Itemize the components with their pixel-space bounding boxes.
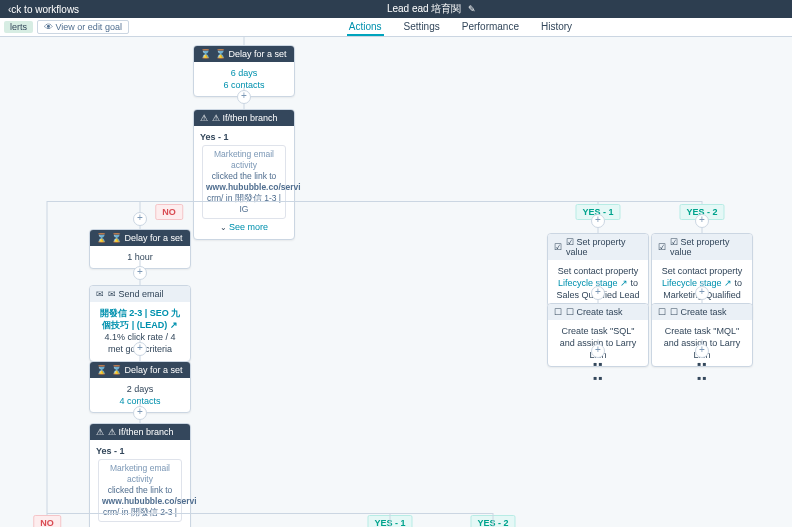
card-header: ⌛⌛ Delay for a set amou... — [194, 46, 294, 62]
end-marker-icon: ▪▪▪▪ — [697, 357, 708, 385]
branch-no-label: NO — [155, 204, 183, 220]
card-header: ⌛⌛ Delay for a set amou... — [90, 230, 190, 246]
connector — [390, 513, 391, 527]
tab-performance[interactable]: Performance — [460, 19, 521, 36]
ifthen-branch-card-1[interactable]: ⚠⚠ If/then branch Yes - 1 Marketing emai… — [193, 109, 295, 240]
alerts-chip[interactable]: lerts — [4, 21, 33, 33]
hourglass-icon: ⌛ — [96, 233, 107, 243]
connector — [47, 201, 140, 202]
connector — [47, 201, 48, 527]
top-app-bar: ‹ck to workflows Lead ead 培育関 ✎ — [0, 0, 792, 18]
card-header: ☐☐ Create task — [548, 304, 648, 320]
email-link[interactable]: 開發信 2-3 | SEO 九個技巧 | (LEAD) ↗ — [96, 307, 184, 331]
tab-actions[interactable]: Actions — [347, 19, 384, 36]
pencil-icon[interactable]: ✎ — [468, 4, 476, 14]
plus-icon[interactable]: + — [591, 214, 605, 228]
branch-criteria: Marketing email activity clicked the lin… — [202, 145, 286, 219]
card-header: ⚠⚠ If/then branch — [90, 424, 190, 440]
mail-icon: ✉ — [96, 289, 104, 299]
chevron-down-icon: ⌄ — [220, 223, 227, 232]
connector — [47, 513, 493, 514]
plus-icon[interactable]: + — [237, 90, 251, 104]
branch-no-label: NO — [33, 515, 61, 527]
plus-icon[interactable]: + — [133, 212, 147, 226]
workflow-canvas[interactable]: ⌛⌛ Delay for a set amou... 6 days 6 cont… — [0, 37, 792, 527]
hourglass-icon: ⌛ — [200, 49, 211, 59]
delay-duration: 2 days — [96, 383, 184, 395]
branch-yes-label: Yes - 1 — [96, 445, 184, 457]
plus-icon[interactable]: + — [591, 286, 605, 300]
task-icon: ☐ — [554, 307, 562, 317]
card-header: ☑☑ Set property value — [548, 234, 648, 260]
hourglass-icon: ⌛ — [96, 365, 107, 375]
plus-icon[interactable]: + — [695, 344, 709, 358]
plus-icon[interactable]: + — [695, 214, 709, 228]
sub-toolbar: lerts 👁 View or edit goal Actions Settin… — [0, 18, 792, 37]
see-more-link[interactable]: See more — [229, 222, 268, 232]
tabs: Actions Settings Performance History — [129, 19, 792, 36]
workflow-title: Lead ead 培育関 ✎ — [79, 2, 784, 16]
branch-icon: ⚠ — [200, 113, 208, 123]
plus-icon[interactable]: + — [133, 266, 147, 280]
card-header: ⚠⚠ If/then branch — [194, 110, 294, 126]
back-to-workflows-link[interactable]: ‹ck to workflows — [8, 4, 79, 15]
plus-icon[interactable]: + — [591, 344, 605, 358]
card-header: ☑☑ Set property value — [652, 234, 752, 260]
card-header: ⌛⌛ Delay for a set amou... — [90, 362, 190, 378]
plus-icon[interactable]: + — [133, 342, 147, 356]
end-marker-icon: ▪▪▪▪ — [593, 357, 604, 385]
check-icon: ☑ — [554, 242, 562, 252]
tab-history[interactable]: History — [539, 19, 574, 36]
card-header: ✉✉ Send email — [90, 286, 190, 302]
plus-icon[interactable]: + — [133, 406, 147, 420]
connector — [493, 513, 494, 527]
branch-icon: ⚠ — [96, 427, 104, 437]
tab-settings[interactable]: Settings — [402, 19, 442, 36]
connector — [244, 37, 245, 45]
plus-icon[interactable]: + — [695, 286, 709, 300]
card-header: ☐☐ Create task — [652, 304, 752, 320]
connector — [140, 201, 702, 202]
check-icon: ☑ — [658, 242, 666, 252]
view-goal-button[interactable]: 👁 View or edit goal — [37, 20, 129, 34]
delay-duration: 6 days — [200, 67, 288, 79]
task-icon: ☐ — [658, 307, 666, 317]
branch-yes-label: Yes - 1 — [200, 131, 288, 143]
